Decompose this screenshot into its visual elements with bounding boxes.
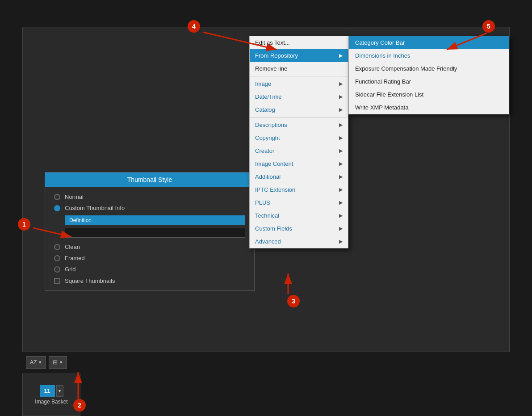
annotation-4: 4 (188, 20, 200, 33)
chevron-right-repository-icon: ▶ (339, 53, 343, 59)
thumbnail-style-panel: Thumbnail Style Normal Custom Thumbnail … (45, 172, 255, 291)
submenu-category-color-bar-label: Category Color Bar (355, 39, 405, 46)
radio-clean-label: Clean (65, 244, 80, 250)
submenu-item-functional-rating-bar[interactable]: Functional Rating Bar (349, 75, 509, 88)
menu-separator-1 (250, 76, 348, 76)
basket-number: 11 (44, 388, 50, 394)
menu-item-remove-line[interactable]: Remove line (250, 62, 348, 75)
chevron-right-advanced-icon: ▶ (339, 239, 343, 244)
image-basket-icon-container: 11 ▼ (40, 385, 63, 397)
menu-item-descriptions[interactable]: Descriptions ▶ (250, 118, 348, 131)
menu-descriptions-label: Descriptions (255, 122, 287, 128)
menu-item-edit-as-text[interactable]: Edit as Text... (250, 36, 348, 49)
definition-input-area (65, 227, 245, 238)
grid-arrow-icon: ▼ (59, 360, 63, 365)
menu-iptc-extension-label: IPTC Extension (255, 186, 295, 193)
menu-item-plus[interactable]: PLUS ▶ (250, 196, 348, 209)
submenu-write-xmp-metadata-label: Write XMP Metadata (355, 104, 408, 111)
menu-separator-2 (250, 117, 348, 118)
menu-remove-line-label: Remove line (255, 65, 287, 72)
chevron-right-catalog-icon: ▶ (339, 107, 343, 113)
submenu: Category Color Bar Dimensions in Inches … (348, 36, 509, 114)
menu-catalog-label: Catalog (255, 106, 275, 113)
grid-view-button[interactable]: ⊞ ▼ (49, 356, 67, 369)
chevron-right-plus-icon: ▶ (339, 200, 343, 206)
image-basket-area[interactable]: 11 ▼ Image Basket (22, 374, 80, 416)
menu-item-creator[interactable]: Creator ▶ (250, 144, 348, 157)
chevron-right-custom-fields-icon: ▶ (339, 226, 343, 231)
annotation-1: 1 (18, 218, 30, 231)
annotation-5: 5 (482, 20, 495, 33)
menu-image-content-label: Image Content (255, 160, 293, 167)
radio-circle-clean (54, 244, 60, 250)
checkbox-square[interactable]: Square Thumbnails (54, 275, 245, 286)
submenu-sidecar-file-extension-label: Sidecar File Extension List (355, 91, 423, 98)
menu-custom-fields-label: Custom Fields (255, 225, 292, 232)
menu-item-advanced[interactable]: Advanced ▶ (250, 235, 348, 248)
az-sort-button[interactable]: AZ ▼ (26, 356, 46, 369)
menu-plus-label: PLUS (255, 199, 270, 206)
menu-additional-label: Additional (255, 173, 281, 180)
radio-circle-grid (54, 266, 60, 273)
submenu-item-dimensions-inches[interactable]: Dimensions in Inches (349, 49, 509, 62)
checkbox-square-box (54, 278, 60, 284)
menu-item-technical[interactable]: Technical ▶ (250, 209, 348, 222)
radio-circle-framed (54, 255, 60, 261)
menu-creator-label: Creator (255, 147, 274, 154)
menu-image-label: Image (255, 80, 271, 87)
submenu-item-exposure-compensation[interactable]: Exposure Compensation Made Friendly (349, 62, 509, 75)
menu-technical-label: Technical (255, 212, 279, 219)
bottom-toolbar: AZ ▼ ⊞ ▼ (22, 352, 510, 372)
submenu-item-sidecar-file-extension[interactable]: Sidecar File Extension List (349, 88, 509, 101)
thumbnail-panel-body: Normal Custom Thumbnail Info Definition … (45, 187, 254, 290)
grid-icon: ⊞ (53, 359, 58, 366)
submenu-item-write-xmp-metadata[interactable]: Write XMP Metadata (349, 101, 509, 114)
az-arrow-icon: ▼ (38, 360, 42, 365)
context-menu: Edit as Text... From Repository ▶ Remove… (249, 36, 348, 248)
menu-from-repository-label: From Repository (255, 52, 298, 59)
radio-grid[interactable]: Grid (54, 264, 245, 275)
menu-item-iptc-extension[interactable]: IPTC Extension ▶ (250, 183, 348, 196)
chevron-right-iptc-icon: ▶ (339, 187, 343, 193)
basket-arrow-icon[interactable]: ▼ (56, 385, 63, 397)
checkbox-square-label: Square Thumbnails (65, 277, 115, 284)
annotation-3: 3 (287, 295, 300, 307)
menu-item-custom-fields[interactable]: Custom Fields ▶ (250, 222, 348, 235)
menu-item-additional[interactable]: Additional ▶ (250, 170, 348, 183)
chevron-right-image-content-icon: ▶ (339, 161, 343, 167)
radio-framed[interactable]: Framed (54, 252, 245, 264)
az-label: AZ (30, 359, 37, 366)
radio-custom[interactable]: Custom Thumbnail Info (54, 202, 245, 214)
menu-item-image[interactable]: Image ▶ (250, 77, 348, 90)
definition-bar[interactable]: Definition (65, 215, 245, 225)
radio-circle-custom (54, 205, 60, 211)
menu-advanced-label: Advanced (255, 238, 281, 245)
thumbnail-panel-header: Thumbnail Style (45, 172, 254, 187)
radio-grid-label: Grid (65, 266, 76, 273)
menu-datetime-label: Date/Time (255, 93, 281, 100)
submenu-functional-rating-bar-label: Functional Rating Bar (355, 78, 411, 85)
radio-normal[interactable]: Normal (54, 191, 245, 202)
chevron-right-additional-icon: ▶ (339, 174, 343, 180)
radio-custom-label: Custom Thumbnail Info (65, 205, 125, 211)
submenu-exposure-compensation-label: Exposure Compensation Made Friendly (355, 65, 457, 72)
image-basket-label: Image Basket (35, 399, 67, 405)
submenu-dimensions-inches-label: Dimensions in Inches (355, 52, 411, 59)
chevron-right-datetime-icon: ▶ (339, 94, 343, 100)
menu-edit-as-text-label: Edit as Text... (255, 39, 290, 46)
submenu-item-category-color-bar[interactable]: Category Color Bar (349, 36, 509, 49)
chevron-right-image-icon: ▶ (339, 81, 343, 87)
menu-item-image-content[interactable]: Image Content ▶ (250, 157, 348, 170)
chevron-right-creator-icon: ▶ (339, 148, 343, 154)
menu-item-datetime[interactable]: Date/Time ▶ (250, 90, 348, 103)
radio-normal-label: Normal (65, 193, 84, 200)
chevron-right-technical-icon: ▶ (339, 213, 343, 219)
image-basket-icon: 11 (40, 385, 55, 397)
annotation-2: 2 (73, 399, 86, 412)
chevron-right-descriptions-icon: ▶ (339, 122, 343, 128)
radio-clean[interactable]: Clean (54, 241, 245, 252)
menu-item-from-repository[interactable]: From Repository ▶ (250, 49, 348, 62)
menu-item-copyright[interactable]: Copyright ▶ (250, 131, 348, 144)
menu-item-catalog[interactable]: Catalog ▶ (250, 103, 348, 116)
radio-framed-label: Framed (65, 255, 85, 261)
